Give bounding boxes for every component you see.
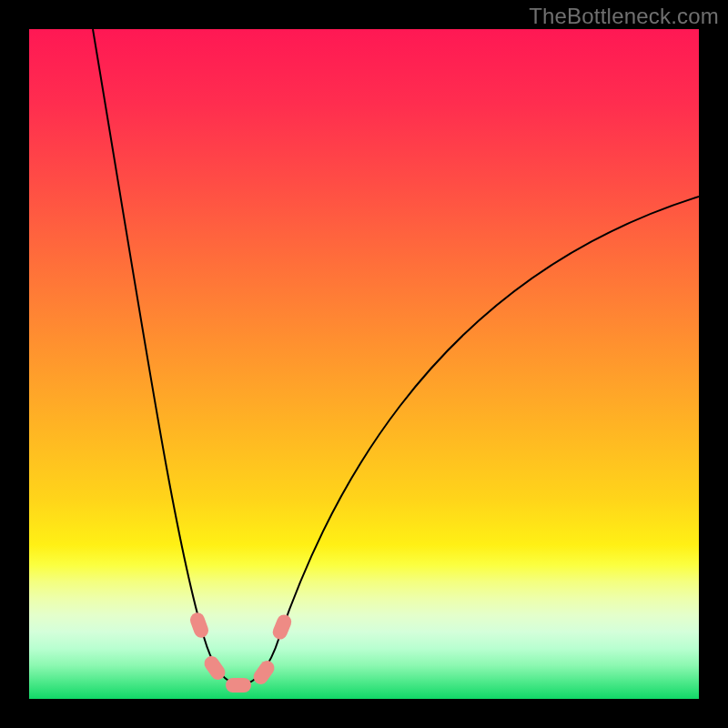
plot-area	[29, 29, 699, 699]
chart-frame: TheBottleneck.com	[0, 0, 728, 728]
watermark-text: TheBottleneck.com	[529, 4, 719, 29]
marker-point	[226, 678, 251, 693]
marker-point	[250, 658, 277, 687]
curve-layer	[29, 29, 699, 699]
optimal-range-markers	[188, 611, 294, 693]
marker-point	[270, 612, 293, 642]
marker-point	[188, 611, 211, 640]
bottleneck-curve	[93, 29, 699, 684]
